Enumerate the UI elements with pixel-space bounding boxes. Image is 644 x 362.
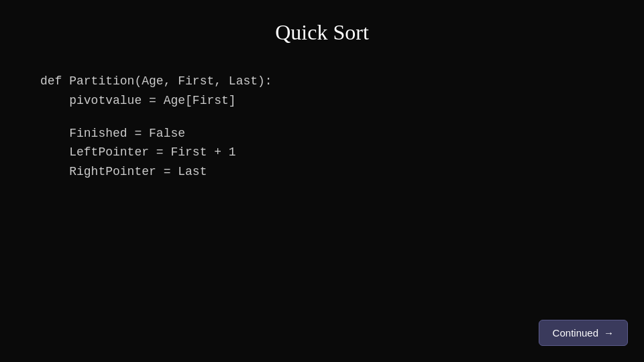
page-title: Quick Sort xyxy=(0,0,644,65)
code-line-4: LeftPointer = First + 1 xyxy=(40,143,644,162)
code-line-5: RightPointer = Last xyxy=(40,162,644,182)
arrow-icon: → xyxy=(604,327,614,339)
code-block: def Partition(Age, First, Last): pivotva… xyxy=(0,65,644,182)
continued-label: Continued xyxy=(553,327,598,339)
code-line-2: pivotvalue = Age[First] xyxy=(40,91,644,111)
code-line-3: Finished = False xyxy=(40,124,644,143)
code-spacer xyxy=(40,111,644,124)
code-line-1: def Partition(Age, First, Last): xyxy=(40,72,644,91)
continued-button[interactable]: Continued → xyxy=(539,320,628,346)
